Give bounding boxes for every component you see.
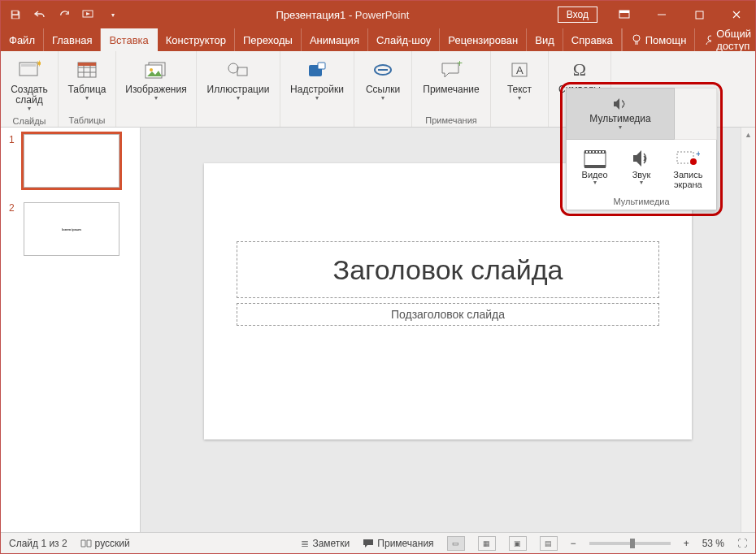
undo-icon[interactable]: [33, 8, 46, 21]
share-button[interactable]: Общий доступ: [694, 28, 756, 51]
zoom-out-button[interactable]: −: [571, 538, 576, 549]
thumb-number: 1: [9, 134, 17, 188]
scroll-up-icon[interactable]: ▲: [741, 128, 755, 142]
slide-thumbnail-1[interactable]: [24, 134, 119, 188]
svg-rect-17: [78, 63, 96, 66]
quick-access-toolbar: ▾: [1, 8, 128, 21]
screen-recording-label: Запись экрана: [673, 170, 702, 189]
window-controls: Вход: [558, 1, 755, 28]
svg-text:A: A: [516, 64, 524, 76]
multimedia-group-label: Мультимедиа: [571, 197, 711, 206]
subtitle-placeholder[interactable]: Подзаголовок слайда: [237, 303, 659, 326]
vertical-scrollbar[interactable]: ▲: [741, 128, 755, 532]
comment-button[interactable]: + Примечание: [417, 54, 485, 97]
svg-rect-33: [586, 151, 588, 153]
new-slide-label: Создать слайд: [11, 84, 48, 106]
maximize-button[interactable]: [680, 1, 718, 28]
language-label: русский: [95, 538, 130, 549]
save-icon[interactable]: [9, 8, 22, 21]
multimedia-dropdown: Видео ▾ Звук ▾ + Запись экр: [566, 140, 717, 210]
zoom-in-button[interactable]: +: [684, 538, 689, 549]
insert-audio-button[interactable]: Звук ▾: [619, 146, 664, 188]
svg-rect-35: [593, 151, 594, 153]
group-images: Изображения ▾: [116, 51, 197, 127]
zoom-level[interactable]: 53 %: [702, 538, 724, 549]
slide-thumbnail-2[interactable]: lorem ipsum: [24, 202, 119, 256]
svg-rect-37: [599, 151, 601, 153]
group-tables: Таблица ▾ Таблицы: [59, 51, 116, 127]
svg-point-8: [708, 36, 711, 41]
tab-home[interactable]: Главная: [44, 28, 101, 51]
slide-sorter-view-button[interactable]: ▦: [478, 536, 496, 551]
svg-point-40: [690, 158, 697, 165]
qat-customize-icon[interactable]: ▾: [106, 8, 119, 21]
tab-insert[interactable]: Вставка: [101, 28, 157, 51]
tab-slideshow[interactable]: Слайд-шоу: [368, 28, 440, 51]
share-label: Общий доступ: [716, 28, 756, 52]
slideshow-view-button[interactable]: ▤: [540, 536, 558, 551]
ribbon-display-options-icon[interactable]: [606, 1, 643, 28]
lightbulb-icon: [631, 34, 642, 45]
reading-view-button[interactable]: ▣: [509, 536, 527, 551]
slide-thumbnails-panel: 1 2 lorem ipsum: [1, 128, 141, 532]
title-placeholder[interactable]: Заголовок слайда: [237, 241, 659, 298]
svg-rect-2: [619, 11, 629, 13]
multimedia-button[interactable]: Мультимедиа ▾: [566, 88, 675, 140]
close-button[interactable]: [718, 1, 755, 28]
ribbon-empty-space: [675, 88, 717, 140]
tab-design[interactable]: Конструктор: [158, 28, 235, 51]
dropdown-caret-icon: ▾: [237, 94, 240, 102]
group-slides: ✷ Создать слайд ▾ Слайды: [1, 51, 59, 127]
tab-transitions[interactable]: Переходы: [235, 28, 302, 51]
normal-view-button[interactable]: ▭: [447, 536, 465, 551]
screen-recording-button[interactable]: + Запись экрана: [665, 146, 710, 192]
status-bar: Слайд 1 из 2 русский ≣ Заметки Примечани…: [1, 532, 755, 553]
fit-to-window-button[interactable]: ⛶: [737, 538, 747, 549]
thumb-number: 2: [9, 202, 17, 256]
addins-button[interactable]: Надстройки ▾: [285, 54, 349, 104]
dropdown-caret-icon: ▾: [593, 179, 597, 186]
table-icon: [74, 57, 100, 83]
minimize-button[interactable]: [643, 1, 680, 28]
text-button[interactable]: A Текст ▾: [496, 54, 543, 104]
dropdown-caret-icon: ▾: [381, 94, 385, 102]
redo-icon[interactable]: [58, 8, 71, 21]
sign-in-button[interactable]: Вход: [558, 6, 597, 23]
title-text: Заголовок слайда: [333, 254, 563, 286]
start-from-beginning-icon[interactable]: [82, 8, 95, 21]
tell-me-label: Помощн: [645, 34, 687, 46]
comments-button[interactable]: Примечания: [363, 538, 433, 549]
group-addins: Надстройки ▾: [280, 51, 354, 127]
insert-video-button[interactable]: Видео ▾: [572, 146, 618, 188]
zoom-slider[interactable]: [589, 542, 671, 545]
group-illustrations: Иллюстрации ▾: [197, 51, 280, 127]
illustrations-button[interactable]: Иллюстрации ▾: [202, 54, 275, 104]
svg-rect-10: [21, 64, 36, 67]
table-button[interactable]: Таблица ▾: [63, 54, 111, 104]
new-slide-icon: ✷: [16, 57, 42, 83]
svg-rect-22: [237, 67, 247, 76]
tab-animations[interactable]: Анимация: [302, 28, 368, 51]
images-button[interactable]: Изображения ▾: [121, 54, 191, 104]
book-icon: [80, 539, 92, 548]
tab-view[interactable]: Вид: [527, 28, 563, 51]
svg-rect-24: [318, 63, 325, 69]
language-indicator[interactable]: русский: [80, 538, 130, 549]
comments-label: Примечания: [377, 538, 433, 549]
app-name: PowerPoint: [355, 9, 409, 21]
thumb-content: lorem ipsum: [62, 227, 81, 232]
group-slides-label: Слайды: [13, 115, 46, 126]
notes-icon: ≣: [301, 538, 309, 549]
tab-file[interactable]: Файл: [1, 28, 44, 51]
comment-icon: [363, 539, 374, 548]
svg-rect-34: [589, 151, 591, 153]
new-slide-button[interactable]: ✷ Создать слайд ▾: [6, 54, 53, 115]
ribbon-tabs: Файл Главная Вставка Конструктор Переход…: [1, 28, 755, 51]
tab-help[interactable]: Справка: [563, 28, 622, 51]
tell-me-box[interactable]: Помощн: [622, 28, 695, 51]
links-button[interactable]: Ссылки ▾: [359, 54, 406, 104]
tab-review[interactable]: Рецензирован: [440, 28, 527, 51]
notes-button[interactable]: ≣ Заметки: [301, 538, 350, 549]
window-title: Презентация1 - PowerPoint: [128, 9, 558, 21]
slide-counter[interactable]: Слайд 1 из 2: [9, 538, 67, 549]
